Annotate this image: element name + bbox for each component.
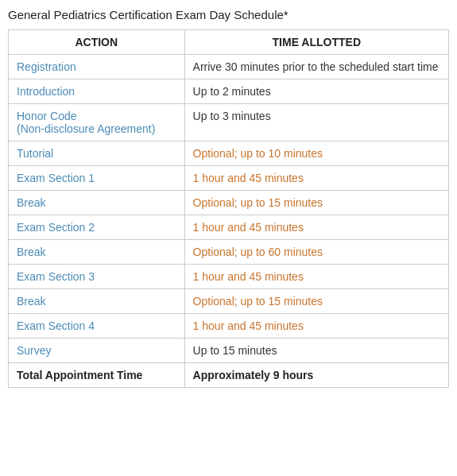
action-cell: Exam Section 1 xyxy=(9,166,185,191)
time-cell: Optional; up to 15 minutes xyxy=(184,191,448,215)
table-row: BreakOptional; up to 15 minutes xyxy=(9,191,449,215)
time-cell: Up to 15 minutes xyxy=(184,339,448,363)
action-cell: Honor Code (Non-disclosure Agreement) xyxy=(9,104,185,141)
table-row: IntroductionUp to 2 minutes xyxy=(9,79,449,104)
action-cell: Break xyxy=(9,289,185,314)
time-cell: 1 hour and 45 minutes xyxy=(184,215,448,240)
time-cell: Optional; up to 10 minutes xyxy=(184,141,448,166)
action-cell: Survey xyxy=(9,339,185,363)
page-title: General Pediatrics Certification Exam Da… xyxy=(8,8,449,21)
total-action-cell: Total Appointment Time xyxy=(9,363,185,388)
time-cell: 1 hour and 45 minutes xyxy=(184,265,448,289)
table-row: Exam Section 41 hour and 45 minutes xyxy=(9,314,449,339)
table-row: Exam Section 31 hour and 45 minutes xyxy=(9,265,449,289)
time-cell: Up to 2 minutes xyxy=(184,79,448,104)
table-row: Honor Code (Non-disclosure Agreement)Up … xyxy=(9,104,449,141)
time-cell: 1 hour and 45 minutes xyxy=(184,166,448,191)
action-cell: Registration xyxy=(9,55,185,79)
time-cell: Optional; up to 15 minutes xyxy=(184,289,448,314)
action-cell: Tutorial xyxy=(9,141,185,166)
table-row: SurveyUp to 15 minutes xyxy=(9,339,449,363)
table-row: RegistrationArrive 30 minutes prior to t… xyxy=(9,55,449,79)
total-time-cell: Approximately 9 hours xyxy=(184,363,448,388)
action-cell: Break xyxy=(9,191,185,215)
action-cell: Break xyxy=(9,240,185,265)
header-action: ACTION xyxy=(9,30,185,55)
schedule-table: ACTION TIME ALLOTTED RegistrationArrive … xyxy=(8,29,449,388)
action-cell: Introduction xyxy=(9,79,185,104)
table-row: BreakOptional; up to 15 minutes xyxy=(9,289,449,314)
header-time: TIME ALLOTTED xyxy=(184,30,448,55)
table-row: BreakOptional; up to 60 minutes xyxy=(9,240,449,265)
action-cell: Exam Section 4 xyxy=(9,314,185,339)
table-row: Exam Section 21 hour and 45 minutes xyxy=(9,215,449,240)
time-cell: Up to 3 minutes xyxy=(184,104,448,141)
action-cell: Exam Section 2 xyxy=(9,215,185,240)
table-row: Exam Section 11 hour and 45 minutes xyxy=(9,166,449,191)
time-cell: Optional; up to 60 minutes xyxy=(184,240,448,265)
time-cell: 1 hour and 45 minutes xyxy=(184,314,448,339)
action-cell: Exam Section 3 xyxy=(9,265,185,289)
table-row: TutorialOptional; up to 10 minutes xyxy=(9,141,449,166)
total-row: Total Appointment TimeApproximately 9 ho… xyxy=(9,363,449,388)
time-cell: Arrive 30 minutes prior to the scheduled… xyxy=(184,55,448,79)
